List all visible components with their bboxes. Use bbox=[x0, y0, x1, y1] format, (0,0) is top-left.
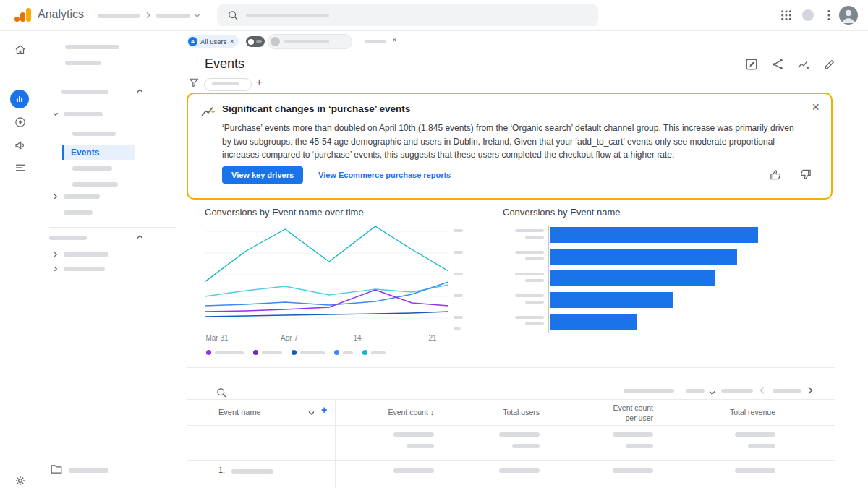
all-users-chip[interactable]: A All users × bbox=[187, 35, 239, 48]
redacted-nav-section[interactable] bbox=[49, 236, 87, 240]
status-circle[interactable] bbox=[802, 9, 814, 21]
redacted-nav-item[interactable] bbox=[72, 132, 116, 136]
share-icon[interactable] bbox=[771, 58, 784, 71]
redacted-rows-per-page-label bbox=[624, 389, 674, 393]
x-tick-label: 14 bbox=[353, 334, 361, 342]
redacted-total-subtext bbox=[407, 444, 434, 448]
kebab-menu-icon[interactable] bbox=[827, 9, 831, 21]
redacted-nav-item[interactable] bbox=[64, 112, 103, 116]
redacted-nav-item[interactable] bbox=[64, 267, 105, 271]
bar[interactable] bbox=[550, 249, 737, 265]
redacted-account-name[interactable] bbox=[98, 14, 140, 18]
legend-item[interactable] bbox=[292, 350, 325, 355]
redacted-text bbox=[284, 40, 329, 43]
bar[interactable] bbox=[550, 314, 637, 330]
sidebar-item-events[interactable]: Events bbox=[62, 145, 135, 160]
redacted-nav-item[interactable] bbox=[64, 252, 109, 257]
thumbs-up-icon[interactable] bbox=[769, 168, 783, 181]
legend-dot bbox=[334, 350, 339, 355]
chevron-up-icon[interactable] bbox=[137, 88, 143, 93]
redacted-filter-chip[interactable] bbox=[204, 78, 252, 91]
column-header-event-name[interactable]: Event name bbox=[218, 408, 261, 416]
redacted-nav-item[interactable] bbox=[72, 182, 118, 187]
column-header-total-users[interactable]: Total users bbox=[475, 408, 540, 418]
legend-dot bbox=[292, 350, 297, 355]
redacted-chip-label[interactable] bbox=[365, 40, 386, 43]
close-icon[interactable]: × bbox=[229, 38, 234, 46]
redacted-page-number[interactable] bbox=[773, 389, 801, 393]
chevron-down-icon[interactable] bbox=[194, 13, 200, 18]
ecommerce-reports-link[interactable]: View Ecommerce purchase reports bbox=[318, 171, 451, 179]
configure-icon[interactable] bbox=[14, 161, 27, 174]
main-content: A All users × × Events + Significant cha… bbox=[185, 30, 868, 488]
redacted-legend-label bbox=[371, 351, 386, 354]
redacted-legend-label bbox=[300, 351, 325, 354]
apps-grid-icon[interactable] bbox=[780, 9, 792, 21]
chevron-up-icon[interactable] bbox=[137, 234, 143, 239]
bar-chart-icon bbox=[14, 94, 25, 104]
insights-icon[interactable] bbox=[797, 58, 810, 71]
edit-pencil-icon[interactable] bbox=[823, 58, 836, 71]
legend-item[interactable] bbox=[362, 350, 386, 355]
person-icon bbox=[839, 6, 858, 25]
redacted-event-name[interactable] bbox=[231, 469, 273, 474]
bar[interactable] bbox=[550, 292, 673, 308]
chevron-down-icon[interactable] bbox=[709, 390, 715, 395]
feedback-buttons bbox=[769, 168, 812, 181]
redacted-library-label[interactable] bbox=[69, 468, 109, 473]
column-header-event-count-per-user[interactable]: Event count per user bbox=[603, 403, 653, 423]
chevron-right-icon[interactable] bbox=[806, 386, 814, 395]
line-chart-title: Conversions by Event name over time bbox=[205, 207, 480, 218]
redacted-total-subtext bbox=[512, 444, 540, 448]
search-bar[interactable] bbox=[217, 4, 598, 26]
close-icon[interactable]: × bbox=[812, 100, 820, 115]
column-header-event-count[interactable]: Event count ↓ bbox=[369, 408, 434, 418]
bar[interactable] bbox=[550, 227, 758, 243]
column-header-total-revenue[interactable]: Total revenue bbox=[710, 408, 775, 418]
legend-item[interactable] bbox=[334, 350, 353, 355]
reports-icon-selected[interactable] bbox=[10, 90, 29, 108]
redacted-nav-item[interactable] bbox=[64, 194, 100, 199]
chevron-right-icon[interactable] bbox=[53, 194, 59, 200]
chevron-left-icon[interactable] bbox=[758, 386, 767, 395]
home-icon[interactable] bbox=[14, 43, 27, 56]
chevron-right-icon[interactable] bbox=[53, 266, 59, 272]
view-key-drivers-button[interactable]: View key drivers bbox=[222, 166, 303, 184]
divider bbox=[187, 425, 835, 426]
chevron-right-icon[interactable] bbox=[53, 252, 59, 257]
legend-item[interactable] bbox=[206, 350, 244, 355]
add-filter-button[interactable]: + bbox=[256, 75, 263, 87]
thumbs-down-icon[interactable] bbox=[799, 168, 812, 181]
filter-funnel-icon[interactable] bbox=[188, 77, 200, 88]
bar[interactable] bbox=[550, 270, 715, 286]
chevron-right-icon bbox=[145, 12, 152, 19]
advertising-icon[interactable] bbox=[14, 139, 27, 152]
close-icon[interactable]: × bbox=[392, 36, 396, 44]
chevron-down-icon[interactable] bbox=[53, 111, 59, 117]
insight-spark-icon bbox=[200, 103, 216, 119]
gear-icon[interactable] bbox=[14, 474, 27, 487]
bar-row bbox=[503, 246, 834, 267]
add-dimension-button[interactable]: + bbox=[321, 404, 327, 416]
insight-card: Significant changes in ‘purchase’ events… bbox=[187, 93, 833, 200]
chevron-down-icon[interactable] bbox=[308, 411, 315, 416]
customize-report-icon[interactable] bbox=[745, 58, 758, 71]
insight-title: Significant changes in ‘purchase’ events bbox=[222, 103, 410, 114]
redacted-nav-section[interactable] bbox=[61, 90, 109, 94]
redacted-nav-item[interactable] bbox=[65, 45, 119, 49]
table-search-icon[interactable] bbox=[216, 387, 227, 398]
redacted-rows-per-page-value[interactable] bbox=[686, 389, 705, 393]
redacted-property-name[interactable] bbox=[156, 14, 190, 18]
comparison-toggle-pill[interactable] bbox=[246, 36, 265, 47]
redacted-nav-item[interactable] bbox=[64, 210, 93, 215]
explore-icon[interactable] bbox=[14, 116, 27, 129]
google-analytics-logo[interactable] bbox=[14, 8, 32, 22]
folder-icon[interactable] bbox=[51, 464, 62, 474]
redacted-comparison-chip[interactable] bbox=[268, 34, 352, 49]
redacted-nav-item[interactable] bbox=[72, 166, 112, 171]
avatar[interactable] bbox=[839, 6, 858, 25]
redacted-total-value bbox=[499, 432, 540, 437]
legend-item[interactable] bbox=[253, 350, 282, 355]
redacted-nav-item[interactable] bbox=[65, 61, 101, 65]
redacted-cell-value bbox=[613, 468, 653, 473]
